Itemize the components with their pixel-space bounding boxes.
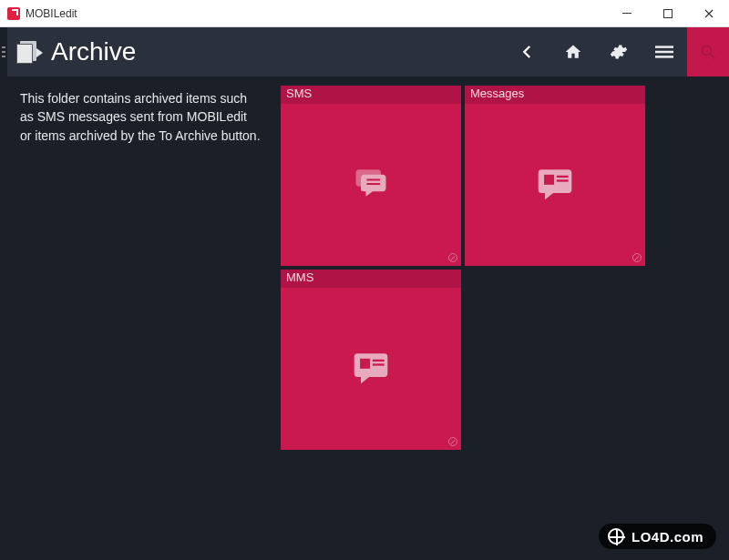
app-header: Archive: [0, 27, 729, 76]
svg-rect-9: [557, 176, 569, 178]
content-area: This folder contains archived items such…: [0, 76, 729, 560]
tile-grid: SMS Messages: [273, 86, 729, 560]
tile-status-icon: [448, 253, 457, 262]
svg-rect-11: [360, 359, 370, 369]
tile-status-icon: [448, 437, 457, 446]
svg-rect-1: [663, 10, 672, 18]
tile-label: MMS: [281, 270, 461, 288]
maximize-button[interactable]: [647, 0, 688, 27]
settings-button[interactable]: [596, 27, 642, 76]
page-title: Archive: [51, 37, 136, 66]
svg-rect-7: [366, 183, 380, 185]
tile-messages[interactable]: Messages: [465, 86, 645, 266]
app-title: MOBILedit: [26, 7, 77, 20]
svg-point-5: [702, 46, 711, 55]
svg-rect-10: [557, 179, 569, 181]
svg-rect-4: [655, 56, 673, 57]
svg-rect-3: [655, 51, 673, 54]
home-button[interactable]: [550, 27, 596, 76]
window-controls: [606, 0, 729, 27]
close-button[interactable]: [688, 0, 729, 27]
archive-icon: [16, 39, 42, 65]
menu-button[interactable]: [642, 27, 687, 76]
watermark: LO4D.com: [599, 524, 716, 549]
tile-label: Messages: [465, 86, 645, 104]
media-message-icon: [535, 163, 575, 207]
tile-label: SMS: [281, 86, 461, 104]
svg-rect-0: [622, 13, 631, 14]
globe-icon: [608, 528, 624, 545]
sidebar-toggle[interactable]: [0, 27, 7, 76]
back-button[interactable]: [505, 27, 550, 76]
svg-rect-6: [366, 178, 380, 180]
tile-mms[interactable]: MMS: [281, 270, 461, 450]
tile-status-icon: [632, 253, 642, 262]
svg-rect-13: [373, 363, 385, 365]
search-button[interactable]: [687, 27, 729, 76]
chat-icon: [351, 163, 391, 207]
app-icon: [7, 7, 20, 20]
svg-rect-2: [655, 46, 673, 48]
minimize-button[interactable]: [606, 0, 647, 27]
svg-rect-8: [544, 175, 554, 185]
watermark-text: LO4D.com: [631, 529, 703, 545]
tile-sms[interactable]: SMS: [281, 86, 461, 266]
media-message-icon: [351, 347, 391, 391]
description-text: This folder contains archived items such…: [0, 86, 273, 560]
svg-rect-12: [373, 360, 385, 361]
window-titlebar: MOBILedit: [0, 0, 729, 27]
